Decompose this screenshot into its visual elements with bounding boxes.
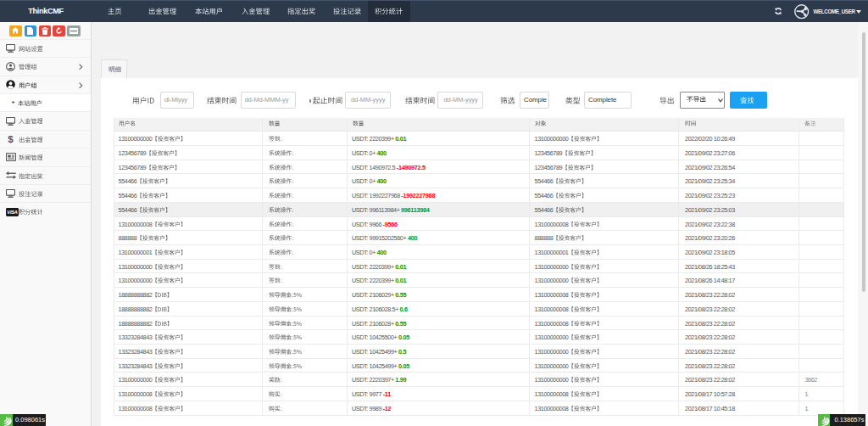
svg-text:VISA: VISA [7, 210, 17, 215]
svg-text:$: $ [8, 134, 14, 144]
